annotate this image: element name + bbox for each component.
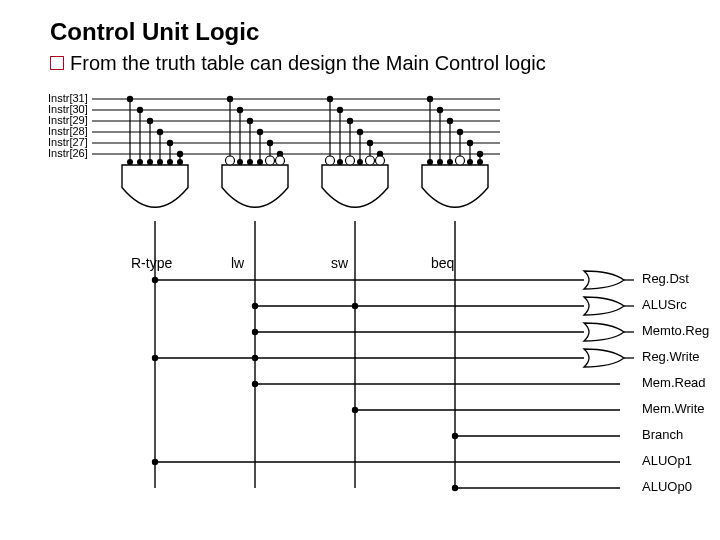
svg-point-94 (252, 329, 258, 335)
svg-point-109 (452, 485, 458, 491)
svg-point-23 (177, 151, 183, 157)
svg-point-56 (357, 159, 363, 165)
svg-point-105 (452, 433, 458, 439)
svg-point-27 (227, 96, 233, 102)
svg-point-50 (337, 159, 343, 165)
svg-point-49 (337, 107, 343, 113)
svg-point-33 (247, 118, 253, 124)
svg-point-52 (347, 118, 353, 124)
svg-point-68 (437, 107, 443, 113)
svg-point-90 (252, 303, 258, 309)
svg-point-39 (267, 140, 273, 146)
gate-label-3: beq (431, 255, 454, 271)
svg-point-91 (352, 303, 358, 309)
svg-point-69 (437, 159, 443, 165)
svg-point-72 (447, 159, 453, 165)
gate-label-2: sw (331, 255, 348, 271)
output-label-5: Mem.Write (642, 401, 705, 416)
output-label-1: ALUSrc (642, 297, 687, 312)
svg-point-34 (247, 159, 253, 165)
svg-point-80 (477, 151, 483, 157)
svg-point-9 (127, 159, 133, 165)
svg-point-15 (147, 159, 153, 165)
svg-point-55 (357, 129, 363, 135)
output-label-4: Mem.Read (642, 375, 706, 390)
svg-point-43 (276, 156, 285, 165)
input-label-5: Instr[26] (48, 147, 88, 159)
svg-point-77 (467, 140, 473, 146)
svg-point-28 (226, 156, 235, 165)
logic-svg (0, 0, 720, 540)
svg-point-98 (252, 355, 258, 361)
svg-point-21 (167, 159, 173, 165)
svg-point-62 (376, 156, 385, 165)
svg-point-11 (137, 107, 143, 113)
svg-point-47 (326, 156, 335, 165)
svg-point-18 (157, 159, 163, 165)
svg-point-31 (237, 159, 243, 165)
svg-point-87 (152, 277, 158, 283)
svg-point-36 (257, 129, 263, 135)
diagram-root: Control Unit Logic From the truth table … (0, 0, 720, 540)
svg-point-46 (327, 96, 333, 102)
svg-point-97 (152, 355, 158, 361)
svg-point-65 (427, 96, 433, 102)
output-label-6: Branch (642, 427, 683, 442)
svg-point-53 (346, 156, 355, 165)
output-label-8: ALUOp0 (642, 479, 692, 494)
gate-label-0: R-type (131, 255, 172, 271)
svg-point-24 (177, 159, 183, 165)
output-label-0: Reg.Dst (642, 271, 689, 286)
gate-label-1: lw (231, 255, 244, 271)
svg-point-103 (352, 407, 358, 413)
svg-point-58 (367, 140, 373, 146)
svg-point-17 (157, 129, 163, 135)
svg-point-30 (237, 107, 243, 113)
svg-point-59 (366, 156, 375, 165)
svg-point-74 (457, 129, 463, 135)
svg-point-75 (456, 156, 465, 165)
svg-point-101 (252, 381, 258, 387)
output-label-2: Memto.Reg (642, 323, 709, 338)
svg-point-37 (257, 159, 263, 165)
svg-point-20 (167, 140, 173, 146)
svg-point-107 (152, 459, 158, 465)
output-label-3: Reg.Write (642, 349, 700, 364)
svg-point-8 (127, 96, 133, 102)
svg-point-81 (477, 159, 483, 165)
svg-point-40 (266, 156, 275, 165)
svg-point-71 (447, 118, 453, 124)
svg-point-12 (137, 159, 143, 165)
svg-point-14 (147, 118, 153, 124)
svg-point-78 (467, 159, 473, 165)
svg-point-66 (427, 159, 433, 165)
output-label-7: ALUOp1 (642, 453, 692, 468)
